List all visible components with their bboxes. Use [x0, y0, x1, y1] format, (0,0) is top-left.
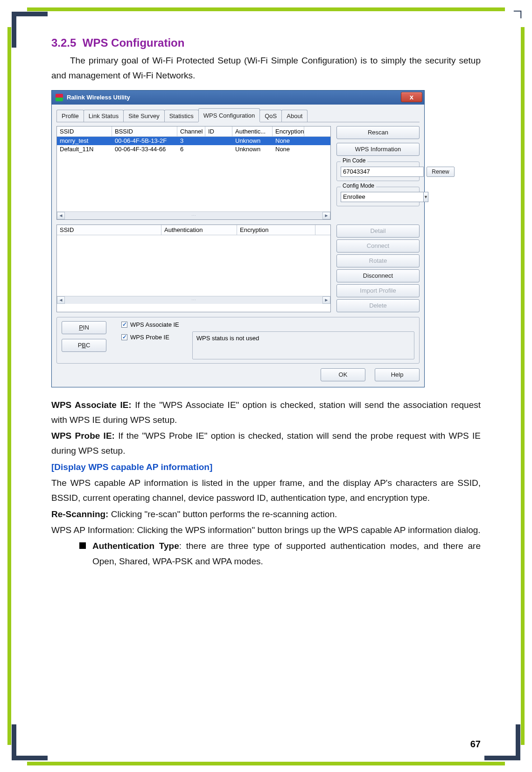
tab-strip: Profile Link Status Site Survey Statisti…	[56, 109, 420, 122]
bullet-auth-type: Authentication Type: there are three typ…	[79, 539, 481, 569]
checkbox-icon	[121, 334, 127, 340]
tab-statistics[interactable]: Statistics	[164, 110, 199, 122]
col-channel[interactable]: Channel	[177, 126, 205, 136]
rescanning-paragraph: Re-Scanning: Clicking "re-scan" button p…	[51, 507, 481, 522]
app-icon	[56, 94, 63, 101]
tab-wps-configuration[interactable]: WPS Configuration	[198, 108, 260, 122]
h-scrollbar-2[interactable]: ◄ ⋯ ►	[57, 296, 330, 304]
tab-link-status[interactable]: Link Status	[84, 110, 124, 122]
intro-paragraph: The primary goal of Wi-Fi Protected Setu…	[51, 53, 481, 84]
col-id[interactable]: ID	[205, 126, 232, 136]
section-heading: 3.2.5 WPS Configuration	[51, 36, 481, 49]
dialog-titlebar: Ralink Wireless Utility x	[52, 91, 424, 105]
connect-button[interactable]: Connect	[336, 239, 420, 253]
config-mode-group: Config Mode ▼	[336, 187, 420, 206]
close-icon: x	[410, 93, 413, 101]
dialog-title: Ralink Wireless Utility	[67, 94, 130, 101]
display-heading: [Display WPS capable AP information]	[51, 460, 481, 475]
ralink-dialog: Ralink Wireless Utility x Profile Link S…	[51, 90, 425, 387]
delete-button[interactable]: Delete	[336, 299, 420, 312]
ok-button[interactable]: OK	[321, 368, 365, 381]
tab-site-survey[interactable]: Site Survey	[123, 110, 164, 122]
table-row[interactable]: morry_test 00-06-4F-5B-13-2F 3 Unknown N…	[57, 137, 330, 145]
ap-info-paragraph: WPS AP Information: Clicking the WPS inf…	[51, 523, 481, 538]
wps-probe-ie-checkbox[interactable]: WPS Probe IE	[121, 334, 179, 341]
wps-associate-ie-paragraph: WPS Associate IE: If the "WPS Associate …	[51, 398, 481, 428]
col2-ssid[interactable]: SSID	[57, 225, 161, 235]
col2-auth[interactable]: Authentication	[161, 225, 237, 235]
col-bssid[interactable]: BSSID	[112, 126, 177, 136]
tab-about[interactable]: About	[281, 110, 308, 122]
tab-profile[interactable]: Profile	[56, 110, 84, 122]
page-number: 67	[470, 739, 481, 750]
wps-associate-ie-checkbox[interactable]: WPS Associate IE	[121, 321, 179, 328]
rotate-button[interactable]: Rotate	[336, 254, 420, 267]
pin-code-input[interactable]	[341, 167, 424, 177]
wps-probe-ie-paragraph: WPS Probe IE: If the "WPS Probe IE" opti…	[51, 428, 481, 459]
scroll-right-icon[interactable]: ►	[322, 296, 330, 304]
pbc-button[interactable]: PBC	[62, 339, 106, 352]
pin-button[interactable]: PIN	[62, 321, 106, 334]
profile-list-table[interactable]: SSID Authentication Encryption ◄ ⋯ ►	[56, 225, 331, 312]
col-ssid[interactable]: SSID	[57, 126, 112, 136]
wps-status-box: WPS status is not used	[192, 331, 414, 359]
chevron-down-icon[interactable]: ▼	[424, 192, 428, 202]
ap-list-table[interactable]: SSID BSSID Channel ID Authentic... Encry…	[56, 126, 331, 220]
scroll-left-icon[interactable]: ◄	[57, 296, 65, 304]
pin-code-legend: Pin Code	[341, 157, 367, 164]
scroll-left-icon[interactable]: ◄	[57, 212, 65, 219]
scroll-thumb[interactable]: ⋯	[65, 296, 322, 304]
square-bullet-icon	[79, 542, 86, 549]
import-profile-button[interactable]: Import Profile	[336, 284, 420, 297]
scroll-right-icon[interactable]: ►	[322, 212, 330, 219]
scroll-thumb[interactable]: ⋯	[65, 212, 322, 219]
rescan-button[interactable]: Rescan	[336, 126, 420, 139]
col-auth[interactable]: Authentic...	[232, 126, 273, 136]
col-enc[interactable]: Encryption	[273, 126, 304, 136]
disconnect-button[interactable]: Disconnect	[336, 269, 420, 282]
pin-code-group: Pin Code Renew	[336, 161, 420, 181]
table-row[interactable]: Default_11N 00-06-4F-33-44-66 6 Unknown …	[57, 145, 330, 154]
display-paragraph: The WPS capable AP information is listed…	[51, 476, 481, 506]
tab-qos[interactable]: QoS	[259, 110, 282, 122]
col2-enc[interactable]: Encryption	[237, 225, 315, 235]
help-button[interactable]: Help	[375, 368, 420, 381]
detail-button[interactable]: Detail	[336, 225, 420, 238]
close-button[interactable]: x	[401, 92, 422, 102]
renew-button[interactable]: Renew	[427, 167, 455, 177]
h-scrollbar[interactable]: ◄ ⋯ ►	[57, 211, 330, 219]
config-mode-select[interactable]	[341, 192, 424, 202]
checkbox-icon	[121, 322, 127, 328]
wps-information-button[interactable]: WPS Information	[336, 143, 420, 156]
config-mode-legend: Config Mode	[341, 182, 376, 189]
